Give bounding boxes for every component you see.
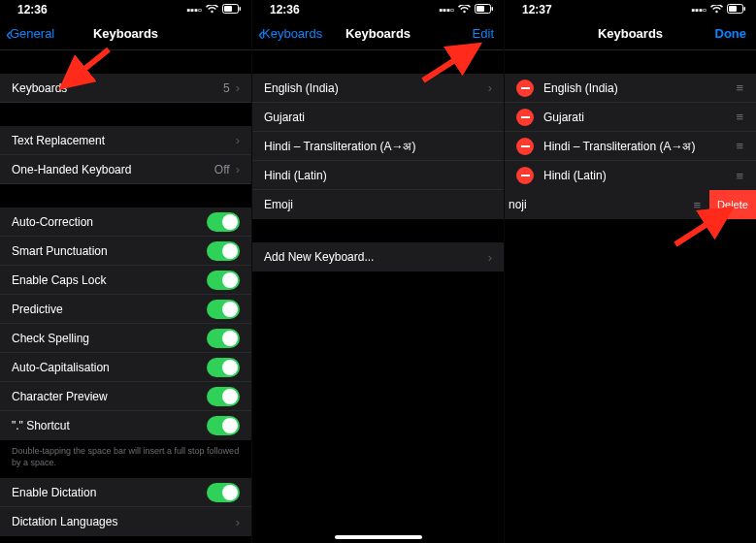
status-bar: 12:37 ▪▪▪▫: [505, 0, 756, 17]
status-time: 12:37: [522, 3, 552, 16]
one-handed-value: Off: [214, 163, 230, 176]
done-button[interactable]: Done: [715, 26, 747, 41]
keyboard-row-label: Gujarati: [543, 111, 736, 124]
toggle-row[interactable]: Character Preview: [0, 382, 251, 411]
chevron-right-icon: ›: [236, 80, 240, 95]
signal-icon: ▪▪▪▫: [186, 4, 202, 16]
toggle-row[interactable]: Auto-Capitalisation: [0, 353, 251, 382]
toggle-row[interactable]: Auto-Correction: [0, 208, 251, 237]
battery-icon: [727, 4, 746, 16]
text-replacement-row[interactable]: Text Replacement ›: [0, 126, 251, 155]
delete-minus-button[interactable]: [516, 167, 534, 184]
keyboards-list: English (India)›GujaratiHindi – Translit…: [252, 50, 504, 272]
switch-on-icon[interactable]: [207, 483, 240, 502]
nav-title: Keyboards: [345, 26, 411, 41]
chevron-right-icon: ›: [236, 162, 240, 176]
keyboard-row-label: English (India): [264, 81, 488, 95]
chevron-right-icon: ›: [488, 80, 492, 95]
battery-icon: [475, 4, 494, 16]
keyboard-row-label: Hindi – Transliteration (A→अ): [543, 140, 736, 153]
nav-back-label: General: [10, 26, 54, 41]
nav-bar: ‹ General Keyboards: [0, 17, 251, 50]
edit-button[interactable]: Edit: [473, 26, 494, 41]
keyboards-edit-list: English (India)≡Gujarati≡Hindi – Transli…: [505, 50, 756, 219]
keyboard-row[interactable]: Hindi (Latin): [252, 161, 504, 190]
wifi-icon: [458, 4, 471, 16]
home-indicator[interactable]: [335, 535, 422, 539]
switch-on-icon[interactable]: [207, 358, 240, 377]
svg-rect-6: [477, 6, 484, 12]
keyboard-edit-row[interactable]: Hindi – Transliteration (A→अ)≡: [505, 132, 756, 161]
drag-handle-icon[interactable]: ≡: [736, 139, 744, 153]
toggle-row[interactable]: Predictive: [0, 295, 251, 324]
drag-handle-icon[interactable]: ≡: [736, 169, 744, 183]
switch-on-icon[interactable]: [207, 241, 240, 261]
switch-on-icon[interactable]: [207, 416, 240, 435]
status-bar: 12:36 ▪▪▪▫: [0, 0, 251, 17]
keyboard-row[interactable]: English (India)›: [252, 74, 504, 103]
keyboard-row-label: Emoji: [264, 198, 492, 211]
one-handed-row[interactable]: One-Handed Keyboard Off ›: [0, 155, 251, 184]
toggle-label: Predictive: [12, 303, 207, 316]
switch-on-icon[interactable]: [207, 271, 240, 290]
svg-rect-10: [729, 6, 737, 12]
status-time: 12:36: [270, 3, 300, 16]
status-icons: ▪▪▪▫: [439, 4, 494, 16]
switch-on-icon[interactable]: [207, 300, 240, 319]
toggle-group: Auto-CorrectionSmart PunctuationEnable C…: [0, 208, 251, 440]
dictation-languages-row[interactable]: Dictation Languages ›: [0, 507, 251, 536]
drag-handle-icon[interactable]: ≡: [736, 110, 744, 124]
toggle-row[interactable]: Smart Punctuation: [0, 237, 251, 266]
status-icons: ▪▪▪▫: [186, 4, 242, 16]
toggle-row[interactable]: "." Shortcut: [0, 411, 251, 440]
nav-title: Keyboards: [598, 26, 663, 41]
delete-label: Delete: [717, 199, 748, 210]
keyboard-rows-group: English (India)›GujaratiHindi – Translit…: [252, 74, 504, 219]
svg-rect-5: [492, 7, 494, 11]
nav-bar: Keyboards Done: [505, 17, 756, 50]
status-icons: ▪▪▪▫: [691, 4, 746, 16]
switch-on-icon[interactable]: [207, 329, 240, 348]
keyboard-edit-row[interactable]: Hindi (Latin)≡: [505, 161, 756, 190]
delete-minus-button[interactable]: [516, 138, 534, 155]
svg-rect-1: [240, 7, 242, 11]
keyboard-row[interactable]: Gujarati: [252, 103, 504, 132]
keyboard-row[interactable]: Hindi – Transliteration (A→अ): [252, 132, 504, 161]
drag-handle-icon[interactable]: ≡: [693, 198, 702, 212]
delete-button[interactable]: Delete: [709, 190, 756, 219]
drag-handle-icon[interactable]: ≡: [736, 80, 744, 95]
phone-1: 12:36 ▪▪▪▫ ‹ General Keyboards Keyboards: [0, 0, 252, 543]
keyboard-edit-row[interactable]: English (India)≡: [505, 74, 756, 103]
switch-on-icon[interactable]: [207, 387, 240, 406]
toggle-row[interactable]: Check Spelling: [0, 324, 251, 353]
add-new-keyboard-row[interactable]: Add New Keyboard... ›: [252, 242, 504, 272]
nav-bar: ‹ Keyboards Keyboards Edit: [252, 17, 504, 50]
swiped-keyboard-label: noji: [509, 198, 698, 211]
toggle-label: Auto-Capitalisation: [12, 361, 207, 374]
battery-icon: [222, 4, 242, 16]
toggle-label: Smart Punctuation: [12, 244, 207, 258]
status-bar: 12:36 ▪▪▪▫: [252, 0, 504, 17]
enable-dictation-row[interactable]: Enable Dictation: [0, 478, 251, 507]
keyboard-edit-row[interactable]: Gujarati≡: [505, 103, 756, 132]
settings-list: Keyboards 5 › Text Replacement › One-Han…: [0, 50, 251, 536]
keyboard-row[interactable]: Emoji: [252, 190, 504, 219]
keyboard-row-label: Hindi (Latin): [543, 169, 736, 182]
keyboards-row[interactable]: Keyboards 5 ›: [0, 74, 251, 103]
delete-minus-button[interactable]: [516, 80, 534, 97]
nav-back-label: Keyboards: [262, 26, 322, 41]
keyboard-row-label: Hindi (Latin): [264, 169, 492, 182]
one-handed-label: One-Handed Keyboard: [12, 163, 214, 176]
svg-rect-9: [744, 7, 746, 11]
delete-minus-button[interactable]: [516, 109, 534, 126]
nav-back-button[interactable]: ‹ Keyboards: [258, 25, 322, 43]
swiped-keyboard-row[interactable]: noji ≡ Delete: [505, 190, 756, 219]
toggle-label: Character Preview: [12, 390, 207, 403]
status-time: 12:36: [17, 3, 48, 16]
switch-on-icon[interactable]: [207, 212, 240, 232]
toggle-row[interactable]: Enable Caps Lock: [0, 266, 251, 295]
nav-back-button[interactable]: ‹ General: [6, 25, 54, 43]
keyboard-edit-rows-group: English (India)≡Gujarati≡Hindi – Transli…: [505, 74, 756, 190]
chevron-right-icon: ›: [236, 515, 240, 529]
shortcut-footer-note: Double-tapping the space bar will insert…: [0, 440, 251, 478]
